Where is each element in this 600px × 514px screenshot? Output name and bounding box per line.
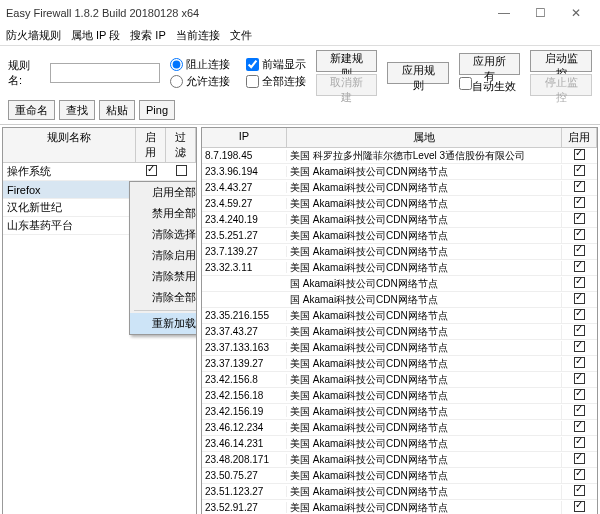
ip-enable-cell[interactable] [562, 325, 597, 338]
ip-enable-cell[interactable] [562, 357, 597, 370]
ip-row[interactable]: 23.42.156.18美国 Akamai科技公司CDN网络节点 [202, 388, 597, 404]
loc-cell: 美国 Akamai科技公司CDN网络节点 [287, 469, 562, 483]
ctx-clear-all[interactable]: 清除全部 [130, 287, 196, 308]
ip-enable-cell[interactable] [562, 293, 597, 306]
ip-enable-cell[interactable] [562, 421, 597, 434]
maximize-button[interactable]: ☐ [522, 6, 558, 20]
apply-all-button[interactable]: 应用所有 [459, 53, 521, 75]
rule-filter-cell[interactable] [166, 165, 196, 178]
ip-row[interactable]: 23.3.96.194美国 Akamai科技公司CDN网络节点 [202, 164, 597, 180]
chk-allconn-input[interactable] [246, 75, 259, 88]
ip-enable-cell[interactable] [562, 261, 597, 274]
ip-row[interactable]: 23.37.43.27美国 Akamai科技公司CDN网络节点 [202, 324, 597, 340]
col-enable[interactable]: 启用 [136, 128, 166, 162]
ctx-enable-all[interactable]: 启用全部 [130, 182, 196, 203]
ip-row[interactable]: 23.4.59.27美国 Akamai科技公司CDN网络节点 [202, 196, 597, 212]
menu-search-ip[interactable]: 搜索 IP [130, 28, 165, 43]
ip-row[interactable]: 23.46.14.231美国 Akamai科技公司CDN网络节点 [202, 436, 597, 452]
ip-enable-cell[interactable] [562, 245, 597, 258]
ip-enable-cell[interactable] [562, 341, 597, 354]
col-rule-name[interactable]: 规则名称 [3, 128, 136, 162]
ip-enable-cell[interactable] [562, 389, 597, 402]
ctx-reload[interactable]: 重新加载 ▸ 按名称 按启用 [130, 313, 196, 334]
stop-monitor-button[interactable]: 停止监控 [530, 74, 592, 96]
ip-enable-cell[interactable] [562, 277, 597, 290]
radio-allow-input[interactable] [170, 75, 183, 88]
menu-firewall-rules[interactable]: 防火墙规则 [6, 28, 61, 43]
col-ip[interactable]: IP [202, 128, 287, 147]
ip-cell: 23.37.43.27 [202, 326, 287, 337]
ip-row[interactable]: 23.7.139.27美国 Akamai科技公司CDN网络节点 [202, 244, 597, 260]
ip-row[interactable]: 23.5.251.27美国 Akamai科技公司CDN网络节点 [202, 228, 597, 244]
apply-rule-button[interactable]: 应用规则 [387, 62, 449, 84]
cancel-new-button[interactable]: 取消新建 [316, 74, 378, 96]
radio-allow[interactable]: 允许连接 [170, 74, 230, 89]
ctx-clear-enable[interactable]: 清除启用 [130, 245, 196, 266]
paste-button[interactable]: 粘贴 [99, 100, 135, 120]
chk-autoactive[interactable]: 自动生效 [459, 77, 521, 94]
rename-button[interactable]: 重命名 [8, 100, 55, 120]
ip-cell: 23.4.240.19 [202, 214, 287, 225]
ip-row[interactable]: 国 Akamai科技公司CDN网络节点 [202, 292, 597, 308]
rule-name-input[interactable] [50, 63, 160, 83]
minimize-button[interactable]: — [486, 6, 522, 20]
loc-cell: 美国 Akamai科技公司CDN网络节点 [287, 453, 562, 467]
ip-row[interactable]: 23.32.3.11美国 Akamai科技公司CDN网络节点 [202, 260, 597, 276]
menu-ip-range[interactable]: 属地 IP 段 [71, 28, 120, 43]
chk-allconn[interactable]: 全部连接 [246, 74, 306, 89]
ip-row[interactable]: 23.50.75.27美国 Akamai科技公司CDN网络节点 [202, 468, 597, 484]
col-location[interactable]: 属地 [287, 128, 562, 147]
chk-front[interactable]: 前端显示 [246, 57, 306, 72]
ip-enable-cell[interactable] [562, 165, 597, 178]
col-filter[interactable]: 过滤 [166, 128, 196, 162]
ip-row[interactable]: 8.7.198.45美国 科罗拉多州隆菲尔德市Level 3通信股份有限公司 [202, 148, 597, 164]
ip-row[interactable]: 23.42.156.8美国 Akamai科技公司CDN网络节点 [202, 372, 597, 388]
ip-enable-cell[interactable] [562, 373, 597, 386]
ip-enable-cell[interactable] [562, 453, 597, 466]
ip-enable-cell[interactable] [562, 309, 597, 322]
ip-enable-cell[interactable] [562, 469, 597, 482]
ip-row[interactable]: 23.37.139.27美国 Akamai科技公司CDN网络节点 [202, 356, 597, 372]
ip-row[interactable]: 23.48.208.171美国 Akamai科技公司CDN网络节点 [202, 452, 597, 468]
ip-enable-cell[interactable] [562, 181, 597, 194]
ip-enable-cell[interactable] [562, 405, 597, 418]
ip-row[interactable]: 23.51.123.27美国 Akamai科技公司CDN网络节点 [202, 484, 597, 500]
ip-row[interactable]: 23.46.12.234美国 Akamai科技公司CDN网络节点 [202, 420, 597, 436]
ip-row[interactable]: 23.42.156.19美国 Akamai科技公司CDN网络节点 [202, 404, 597, 420]
rule-enable-cell[interactable] [136, 165, 166, 178]
ip-row[interactable]: 23.4.240.19美国 Akamai科技公司CDN网络节点 [202, 212, 597, 228]
ip-row[interactable]: 国 Akamai科技公司CDN网络节点 [202, 276, 597, 292]
chk-front-input[interactable] [246, 58, 259, 71]
ctx-clear-sel[interactable]: 清除选择 [130, 224, 196, 245]
ip-enable-cell[interactable] [562, 437, 597, 450]
ping-button[interactable]: Ping [139, 100, 175, 120]
ctx-disable-all[interactable]: 禁用全部 [130, 203, 196, 224]
ip-row[interactable]: 23.37.133.163美国 Akamai科技公司CDN网络节点 [202, 340, 597, 356]
ip-enable-cell[interactable] [562, 213, 597, 226]
radio-block[interactable]: 阻止连接 [170, 57, 230, 72]
loc-cell: 美国 Akamai科技公司CDN网络节点 [287, 485, 562, 499]
rule-row[interactable]: 操作系统 [3, 163, 196, 181]
loc-cell: 美国 Akamai科技公司CDN网络节点 [287, 309, 562, 323]
ip-enable-cell[interactable] [562, 501, 597, 514]
loc-cell: 美国 Akamai科技公司CDN网络节点 [287, 389, 562, 403]
loc-cell: 美国 Akamai科技公司CDN网络节点 [287, 165, 562, 179]
ip-enable-cell[interactable] [562, 149, 597, 162]
ip-row[interactable]: 23.4.43.27美国 Akamai科技公司CDN网络节点 [202, 180, 597, 196]
ip-enable-cell[interactable] [562, 197, 597, 210]
ip-enable-cell[interactable] [562, 229, 597, 242]
col-ip-enable[interactable]: 启用 [562, 128, 597, 147]
close-button[interactable]: ✕ [558, 6, 594, 20]
ip-row[interactable]: 23.35.216.155美国 Akamai科技公司CDN网络节点 [202, 308, 597, 324]
menu-file[interactable]: 文件 [230, 28, 252, 43]
find-button[interactable]: 查找 [59, 100, 95, 120]
ip-row[interactable]: 23.52.91.27美国 Akamai科技公司CDN网络节点 [202, 500, 597, 514]
menu-connections[interactable]: 当前连接 [176, 28, 220, 43]
new-rule-button[interactable]: 新建规则 [316, 50, 378, 72]
ctx-clear-disable[interactable]: 清除禁用 [130, 266, 196, 287]
start-monitor-button[interactable]: 启动监控 [530, 50, 592, 72]
left-body: 操作系统Firefox汉化新世纪山东基药平台 启用全部 禁用全部 清除选择 清除… [3, 163, 196, 514]
chk-autoactive-input[interactable] [459, 77, 472, 90]
ip-enable-cell[interactable] [562, 485, 597, 498]
radio-block-input[interactable] [170, 58, 183, 71]
